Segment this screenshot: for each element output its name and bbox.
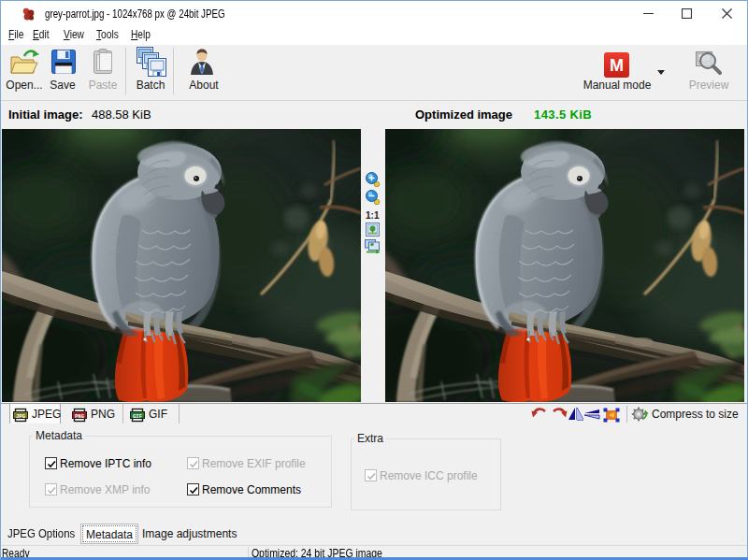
svg-text:PNG: PNG <box>75 413 85 420</box>
svg-text:M: M <box>610 56 624 75</box>
svg-text:GIF: GIF <box>133 413 142 420</box>
svg-text:JPG: JPG <box>16 413 26 420</box>
